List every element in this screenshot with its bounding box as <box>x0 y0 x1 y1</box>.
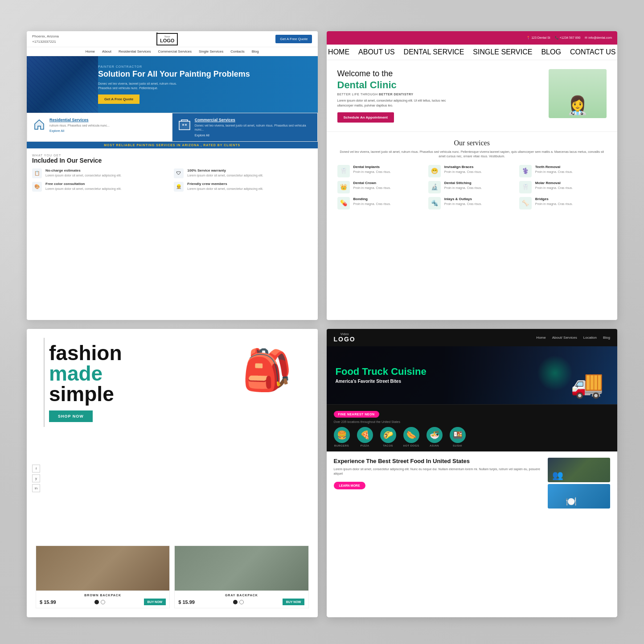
card4-burgers-icon: 🍔 BURGERS <box>334 427 350 447</box>
card4-bottom-images <box>548 458 610 509</box>
card2-service-braces: 😁 Invisalign Braces Proin in magna. Cras… <box>428 165 516 177</box>
card1-residential-title[interactable]: Residential Services <box>49 118 167 122</box>
card3-hero-text: fashion made simple SHOP NOW <box>49 343 233 422</box>
card3-gray-bag-image <box>175 546 308 591</box>
card3-gray-product-info: GRAY BACKPACK $ 15.99 BUY NOW <box>175 591 308 608</box>
card3-brown-name: BROWN BACKPACK <box>40 594 166 597</box>
card4-learn-button[interactable]: LEARN MORE <box>334 482 365 489</box>
card4-nav-about[interactable]: About/ Services <box>552 336 577 340</box>
card1-title: Solution For All Your Painting Problems <box>98 70 309 79</box>
card2-nav-about[interactable]: ABOUT US <box>358 48 395 56</box>
card2-tagline: BETTER LIFE THROUGH BETTER DENTISTRY <box>337 93 540 96</box>
card2-implants-info: Dental Implants Proin in magna. Cras ris… <box>353 165 391 174</box>
card2-nav-home[interactable]: HOME <box>328 48 349 56</box>
card2-crown-desc: Proin in magna. Cras risus. <box>353 186 391 190</box>
card4-pizza-icon: 🍕 PIZZA <box>357 427 373 447</box>
card2-nav-blog[interactable]: BLOG <box>541 48 561 56</box>
card4-nav-location[interactable]: Location <box>583 336 597 340</box>
card2-address: 📍 123 Dental St <box>526 36 550 40</box>
card2-services-section: Our services Doned vel leo viverra, laor… <box>327 131 618 217</box>
card2-implants-icon: 🦷 <box>337 165 350 177</box>
card3-gray-buy-button[interactable]: BUY NOW <box>283 599 305 605</box>
card2-bonding-info: Bonding Proin in magna. Cras risus. <box>353 197 391 206</box>
card2-inlays-desc: Proin in magna. Cras risus. <box>444 202 482 206</box>
card1-commercial-icon <box>178 118 191 131</box>
card2-stitching-desc: Proin in magna. Cras risus. <box>444 186 482 190</box>
card-fashion: f y in fashion made simple SHOP NOW BROW… <box>27 329 318 618</box>
card3-gray-white-dot[interactable] <box>239 600 244 604</box>
card1-free-quote-button[interactable]: Get A Free Quote <box>275 35 312 43</box>
card2-nav-dental[interactable]: DENTAL SERVICE <box>404 48 464 56</box>
card1-residential-link[interactable]: Explore All <box>49 129 167 132</box>
card3-headline-2: made <box>49 363 233 384</box>
card4-nav-home[interactable]: Home <box>536 336 546 340</box>
card3-brown-white-dot[interactable] <box>101 600 105 604</box>
nav-contacts[interactable]: Contacts <box>230 49 245 53</box>
card4-nav-blog[interactable]: Blog <box>603 336 610 340</box>
card2-bridges-icon: 🦴 <box>519 197 532 209</box>
card1-commercial-box: Commercial Services Donec vel leo viverr… <box>172 113 318 141</box>
card3-bag-image <box>233 342 304 422</box>
card4-asian-circle: 🍜 <box>427 427 443 443</box>
card2-nav-single[interactable]: SINGLE SERVICE <box>473 48 532 56</box>
card3-linkedin-icon[interactable]: in <box>32 484 40 492</box>
card2-service-stitching: 🔬 Dental Stitching Proin in magna. Cras … <box>428 181 516 193</box>
card2-removal-desc: Proin in magna. Cras risus. <box>535 170 573 174</box>
card2-hero-text: Welcome to the Dental Clinic BETTER LIFE… <box>337 69 540 123</box>
card2-stitching-title: Dental Stitching <box>444 181 482 185</box>
nav-residential[interactable]: Residential Services <box>119 49 151 53</box>
card3-gray-black-dot[interactable] <box>233 600 238 604</box>
card4-nav-links: Home About/ Services Location Blog <box>536 336 610 340</box>
nav-commercial[interactable]: Commercial Services <box>158 49 192 53</box>
card1-commercial-title[interactable]: Commercial Services <box>195 118 312 122</box>
card2-bonding-icon: 💊 <box>337 197 350 209</box>
card4-burgers-circle: 🍔 <box>334 427 350 443</box>
card3-facebook-icon[interactable]: f <box>32 465 40 473</box>
nav-home[interactable]: Home <box>86 49 95 53</box>
card4-food-categories: FINE NEAREST NEON Over 235 locations thr… <box>327 404 618 451</box>
card3-brown-colors <box>94 600 105 604</box>
card4-burgers-label: BURGERS <box>334 444 349 447</box>
card4-logo: Video LOGO <box>334 332 356 343</box>
card3-gray-colors <box>233 600 244 604</box>
card2-email: ✉ info@dental.com <box>585 36 612 40</box>
card4-glow <box>537 355 573 391</box>
card3-shop-button[interactable]: SHOP NOW <box>49 410 93 422</box>
card2-service-inlays: 🔩 Inlays & Outlays Proin in magna. Cras … <box>428 197 516 209</box>
card1-feature-1-desc: Lorem ipsum dolor sit amet, consectetur … <box>45 173 121 177</box>
card1-rated-text: MOST RELIABLE PAINTING SERVICES IN <box>104 144 180 147</box>
card2-bonding-desc: Proin in magna. Cras risus. <box>353 202 391 206</box>
card4-find-button[interactable]: FINE NEAREST NEON <box>334 411 379 418</box>
card3-brown-black-dot[interactable] <box>94 600 99 604</box>
card2-hero: Welcome to the Dental Clinic BETTER LIFE… <box>327 60 618 131</box>
card2-braces-desc: Proin in magna. Cras risus. <box>444 170 482 174</box>
nav-single[interactable]: Single Services <box>199 49 223 53</box>
nav-about[interactable]: About <box>102 49 111 53</box>
card1-commercial-link[interactable]: Explore All <box>195 134 312 137</box>
card2-topbar: 📍 123 Dental St 📞 +1234 567 890 ✉ info@d… <box>327 31 618 45</box>
card3-product-gray: GRAY BACKPACK $ 15.99 BUY NOW <box>174 546 308 608</box>
card-painting: Phoenix, Arizona +17132037221 Your LOGO … <box>27 31 318 320</box>
card4-asian-label: ASIAN <box>430 444 439 447</box>
card1-feature-4-title: Friendly crew members <box>187 182 263 186</box>
schedule-appointment-button[interactable]: Schedule An Appointment <box>337 112 394 123</box>
card4-sushi-circle: 🍱 <box>450 427 466 443</box>
card1-commercial-desc: Donec vel leo viverra, laoreet justo sit… <box>195 123 312 131</box>
card2-services-title: Our services <box>337 139 607 147</box>
card2-tagline-prefix: BETTER LIFE THROUGH <box>337 93 379 96</box>
card3-hero: fashion made simple SHOP NOW <box>27 329 318 436</box>
card3-twitter-icon[interactable]: y <box>32 475 40 483</box>
card1-feature-1-title: No-charge estimates <box>45 168 121 172</box>
card2-implants-desc: Proin in magna. Cras risus. <box>353 170 391 174</box>
card2-molar-desc: Proin in magna. Cras risus. <box>535 186 573 190</box>
card4-bottom: Experience The Best Street Food In Unite… <box>327 451 618 618</box>
card2-bridges-info: Bridges Proin in magna. Cras risus. <box>535 197 573 206</box>
card2-implants-title: Dental Implants <box>353 165 391 169</box>
nav-blog[interactable]: Blog <box>252 49 259 53</box>
card2-service-bridges: 🦴 Bridges Proin in magna. Cras risus. <box>519 197 607 209</box>
card2-tagline-bold: BETTER DENTISTRY <box>379 93 413 96</box>
card1-hero-cta-button[interactable]: Get A Free Quote <box>98 94 139 104</box>
card3-brown-buy-button[interactable]: BUY NOW <box>144 599 166 605</box>
card2-nav-contact[interactable]: CONTACT US <box>570 48 616 56</box>
card1-phone: +17132037221 <box>32 39 59 44</box>
